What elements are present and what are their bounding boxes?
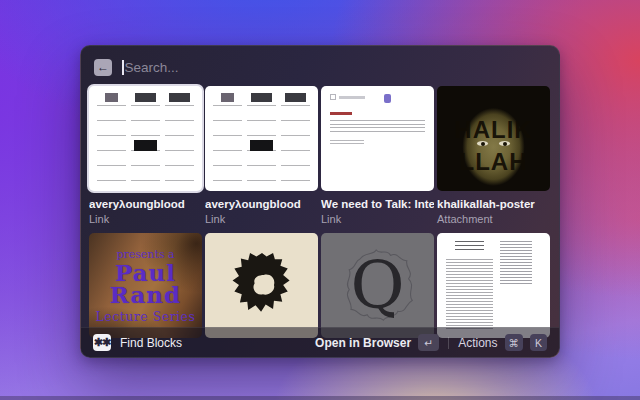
arena-logo-icon: ✱✱ xyxy=(93,334,111,351)
doc-column xyxy=(165,93,194,184)
footer-bar: ✱✱ Find Blocks Open in Browser ↵ Actions… xyxy=(81,327,559,357)
find-blocks-label: Find Blocks xyxy=(120,336,182,350)
item-title: averyλoungblood xyxy=(89,198,202,210)
grid-item-two-column-document[interactable] xyxy=(437,233,550,338)
return-key-icon: ↵ xyxy=(418,334,439,351)
doc-column xyxy=(131,93,160,184)
webpage-heading xyxy=(330,112,352,115)
poster-text-line: Lecture Series xyxy=(96,309,196,324)
grid-item-khalikallah-poster[interactable]: HALIK LLAH khalikallah-poster Attachment xyxy=(437,86,550,225)
doc-column xyxy=(281,93,310,184)
item-type-badge: Link xyxy=(321,213,434,225)
doc-paragraphs xyxy=(446,259,493,329)
thumbnail-three-column-document xyxy=(89,86,202,191)
doc-column xyxy=(500,241,541,330)
grid-item-we-need-to-talk[interactable]: We need to Talk: Interview... Link xyxy=(321,86,434,225)
search-input[interactable] xyxy=(125,60,505,75)
doc-name-list xyxy=(500,241,532,285)
footer-divider xyxy=(448,337,449,349)
grid-item-q-letterform[interactable]: Q xyxy=(321,233,434,338)
thumbnail-two-column-document xyxy=(437,233,550,338)
ink-blob-graphic xyxy=(216,240,308,332)
q-letter: Q xyxy=(350,253,404,319)
doc-inline-image xyxy=(134,140,156,151)
text-cursor xyxy=(122,60,124,75)
doc-inline-image xyxy=(250,140,272,151)
poster-text-line: HALIK xyxy=(437,116,550,144)
k-key-icon: K xyxy=(530,334,547,351)
doc-column xyxy=(97,93,126,184)
thumbnail-q-letterform: Q xyxy=(321,233,434,338)
thumbnail-face-poster: HALIK LLAH xyxy=(437,86,550,191)
grid-item-paul-rand-lecture[interactable]: presents a Paul Rand Lecture Series xyxy=(89,233,202,338)
doc-column xyxy=(446,241,493,330)
thumbnail-paul-rand-lecture: presents a Paul Rand Lecture Series xyxy=(89,233,202,338)
item-title: khalikallah-poster xyxy=(437,198,550,210)
checkbox-icon xyxy=(330,94,336,100)
webpage-form-row xyxy=(330,94,425,100)
webpage-paragraph xyxy=(330,120,425,134)
cmd-key-icon: ⌘ xyxy=(505,334,524,351)
item-type-badge: Link xyxy=(205,213,318,225)
thumbnail-white-webpage xyxy=(321,86,434,191)
item-title: We need to Talk: Interview... xyxy=(321,198,434,210)
footer-actions: Open in Browser ↵ Actions ⌘ K xyxy=(315,334,547,351)
webpage-form-line xyxy=(339,96,365,99)
actions-button[interactable]: Actions xyxy=(458,336,497,350)
grid-item-ink-blob[interactable] xyxy=(205,233,318,338)
search-bar: ← xyxy=(81,46,559,84)
webpage-logo-mark xyxy=(384,94,391,103)
thumbnail-ink-blob xyxy=(205,233,318,338)
item-title: averyλoungblood xyxy=(205,198,318,210)
open-in-browser-button[interactable]: Open in Browser xyxy=(315,336,411,350)
item-type-badge: Link xyxy=(89,213,202,225)
item-type-badge: Attachment xyxy=(437,213,550,225)
back-button[interactable]: ← xyxy=(94,59,112,76)
doc-column xyxy=(247,93,276,184)
doc-header xyxy=(455,241,483,251)
thumbnail-three-column-document xyxy=(205,86,318,191)
grid-item-averyloungblood-1[interactable]: averyλoungblood Link xyxy=(89,86,202,225)
poster-text-line: Rand xyxy=(110,284,181,306)
webpage-byline xyxy=(330,140,364,147)
desktop-bottom-strip xyxy=(0,396,640,400)
doc-column xyxy=(213,93,242,184)
grid-item-averyloungblood-2[interactable]: averyλoungblood Link xyxy=(205,86,318,225)
results-grid: averyλoungblood Link averyλoungblood Lin… xyxy=(81,84,559,338)
find-blocks-window: ← averyλoungblood Link averyλoungblood L… xyxy=(80,45,560,358)
poster-text-line: LLAH xyxy=(437,148,550,176)
